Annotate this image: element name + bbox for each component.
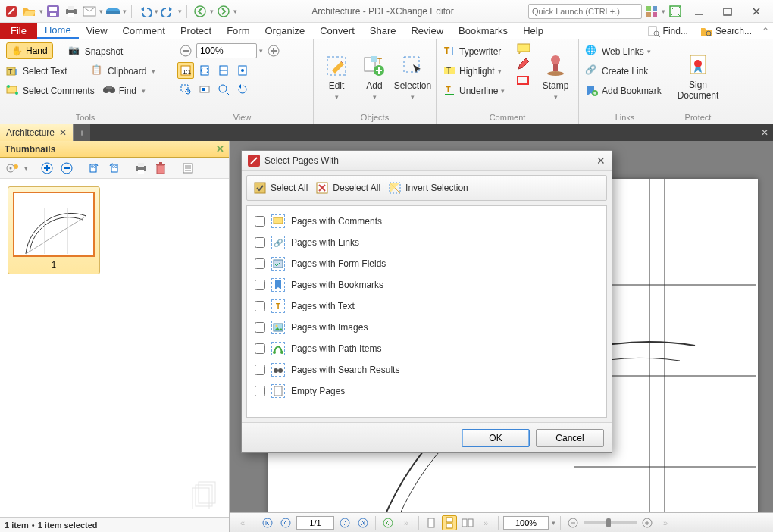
option-links[interactable]: 🔗Pages with Links xyxy=(255,232,599,253)
checkbox[interactable] xyxy=(255,216,265,227)
dropdown-caret-icon[interactable]: ▾ xyxy=(123,8,127,15)
zoom-out-button[interactable] xyxy=(177,42,194,59)
cancel-button[interactable]: Cancel xyxy=(536,429,604,447)
continuous-icon[interactable] xyxy=(442,515,457,530)
loupe-icon[interactable] xyxy=(215,81,232,98)
close-button[interactable] xyxy=(743,2,770,20)
fit-visible-icon[interactable] xyxy=(234,62,251,79)
actual-size-icon[interactable]: 1:1 xyxy=(177,62,194,79)
zoom-out-nav-icon[interactable] xyxy=(565,515,581,530)
zoom-in-button[interactable] xyxy=(265,42,282,59)
underline-button[interactable]: TUnderline▾ xyxy=(443,82,512,100)
open-icon[interactable] xyxy=(21,3,38,20)
properties-icon[interactable] xyxy=(180,160,196,177)
edit-button[interactable]: Edit▾ xyxy=(320,52,353,102)
checkbox[interactable] xyxy=(255,322,265,333)
dropdown-caret-icon[interactable]: ▾ xyxy=(99,8,103,15)
select-comments-button[interactable]: Select Comments xyxy=(6,82,95,100)
tab-bookmarks[interactable]: Bookmarks xyxy=(451,23,515,39)
checkbox[interactable] xyxy=(255,258,265,269)
option-search-results[interactable]: Pages with Search Results xyxy=(255,359,599,380)
fullscreen-icon[interactable] xyxy=(667,3,684,20)
highlight-button[interactable]: THighlight▾ xyxy=(443,62,512,80)
options-icon[interactable] xyxy=(5,160,21,177)
option-path-items[interactable]: Pages with Path Items xyxy=(255,338,599,359)
rotate-icon[interactable] xyxy=(234,81,251,98)
two-pages-icon[interactable] xyxy=(460,515,475,530)
tab-form[interactable]: Form xyxy=(219,23,257,39)
save-icon[interactable] xyxy=(45,3,61,20)
next-page-icon[interactable] xyxy=(337,515,352,530)
tab-view[interactable]: View xyxy=(79,23,115,39)
enlarge-icon[interactable] xyxy=(39,160,55,177)
add-bookmark-button[interactable]: Add Bookmark xyxy=(585,82,665,100)
dropdown-caret-icon[interactable]: ▾ xyxy=(155,8,158,15)
select-all-button[interactable]: Select All xyxy=(253,181,308,195)
pencil-icon[interactable] xyxy=(516,58,534,71)
rectangle-icon[interactable] xyxy=(516,74,534,86)
tab-home[interactable]: Home xyxy=(37,23,79,39)
redo-icon[interactable] xyxy=(160,3,177,20)
nav-back-icon[interactable] xyxy=(192,3,208,20)
sign-document-button[interactable]: Sign Document xyxy=(678,42,718,111)
ui-options-icon[interactable] xyxy=(643,3,660,20)
email-icon[interactable] xyxy=(81,3,98,20)
deselect-all-button[interactable]: Deselect All xyxy=(315,181,380,195)
checkbox[interactable] xyxy=(255,386,265,396)
web-links-button[interactable]: 🌐Web Links▾ xyxy=(585,42,665,61)
reduce-icon[interactable] xyxy=(58,160,75,177)
option-bookmarks[interactable]: Pages with Bookmarks xyxy=(255,274,599,296)
rotate-cw-icon[interactable]: 90 xyxy=(105,160,122,177)
new-tab-button[interactable]: ＋ xyxy=(74,124,90,141)
option-comments[interactable]: Pages with Comments xyxy=(255,211,599,232)
hand-tool-button[interactable]: ✋Hand xyxy=(6,42,53,59)
option-text[interactable]: TPages with Text xyxy=(255,296,599,317)
clipboard-button[interactable]: 📋Clipboard▾ xyxy=(91,62,155,80)
tab-review[interactable]: Review xyxy=(403,23,451,39)
dialog-close-icon[interactable]: ✕ xyxy=(596,155,606,167)
stamp-button[interactable]: Stamp▾ xyxy=(539,42,572,111)
print-thumb-icon[interactable] xyxy=(133,160,149,177)
tab-convert[interactable]: Convert xyxy=(312,23,362,39)
thumbnail-item[interactable]: 1 xyxy=(8,186,100,274)
prev-page-icon[interactable] xyxy=(278,515,293,530)
invert-selection-button[interactable]: Invert Selection xyxy=(388,181,468,195)
typewriter-button[interactable]: TTypewriter xyxy=(443,42,512,61)
fit-page-icon[interactable] xyxy=(196,62,213,79)
dropdown-caret-icon[interactable]: ▾ xyxy=(39,8,43,15)
maximize-button[interactable] xyxy=(714,2,741,20)
single-page-icon[interactable] xyxy=(424,515,439,530)
search-button[interactable]: Search... xyxy=(694,23,758,39)
tab-comment[interactable]: Comment xyxy=(115,23,173,39)
fit-width-icon[interactable] xyxy=(215,62,232,79)
zoom-level-input[interactable] xyxy=(503,516,549,530)
document-tab[interactable]: Architecture ✕ xyxy=(0,124,74,141)
scan-icon[interactable] xyxy=(105,3,121,20)
zoom-marquee-icon[interactable] xyxy=(177,81,194,98)
print-icon[interactable] xyxy=(63,3,80,20)
quick-launch-input[interactable] xyxy=(528,4,642,19)
add-button[interactable]: T Add▾ xyxy=(358,52,391,102)
tab-share[interactable]: Share xyxy=(362,23,404,39)
rotate-ccw-icon[interactable]: 90 xyxy=(86,160,102,177)
close-all-icon[interactable]: ✕ xyxy=(756,124,773,141)
checkbox[interactable] xyxy=(255,301,265,311)
dropdown-caret-icon[interactable]: ▾ xyxy=(210,8,214,15)
layout-more-icon[interactable]: » xyxy=(478,515,493,530)
close-tab-icon[interactable]: ✕ xyxy=(59,127,67,138)
checkbox[interactable] xyxy=(255,365,265,375)
checkbox[interactable] xyxy=(255,237,265,248)
nav-menu-right-icon[interactable]: » xyxy=(658,515,673,530)
delete-icon[interactable] xyxy=(152,160,169,177)
nav-forward-icon[interactable] xyxy=(215,3,232,20)
dropdown-caret-icon[interactable]: ▾ xyxy=(662,8,665,15)
snapshot-button[interactable]: 📷Snapshot xyxy=(68,42,124,61)
page-number-input[interactable] xyxy=(296,516,334,530)
find-button[interactable]: Find... xyxy=(642,23,694,39)
option-form-fields[interactable]: Pages with Form Fields xyxy=(255,253,599,274)
zoom-in-nav-icon[interactable] xyxy=(640,515,655,530)
thumbnails-body[interactable]: 1 xyxy=(0,179,229,517)
create-link-button[interactable]: 🔗Create Link xyxy=(585,62,665,80)
zoom-slider[interactable] xyxy=(584,521,637,524)
checkbox[interactable] xyxy=(255,343,265,354)
